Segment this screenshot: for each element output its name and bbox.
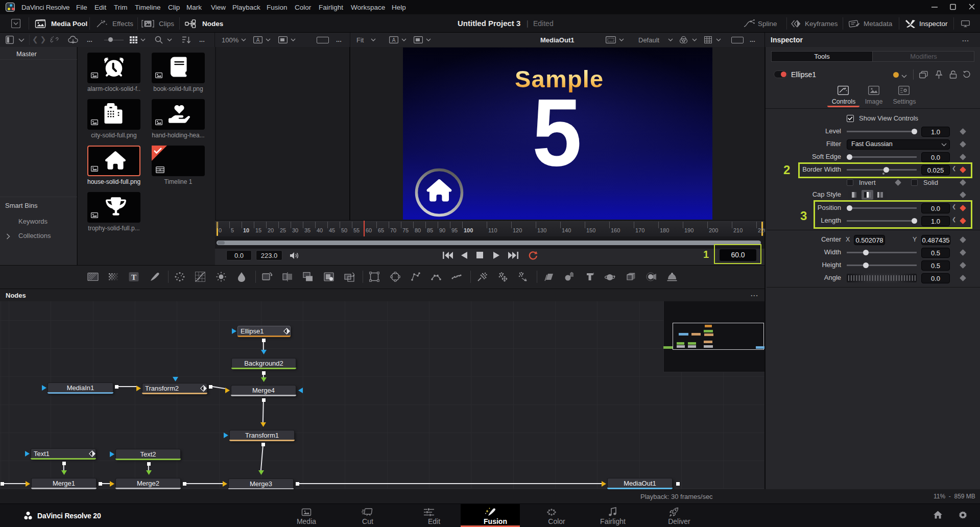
svg-text:T: T	[131, 273, 136, 281]
svg-text:A: A	[392, 37, 396, 43]
svg-text:A: A	[256, 37, 260, 43]
